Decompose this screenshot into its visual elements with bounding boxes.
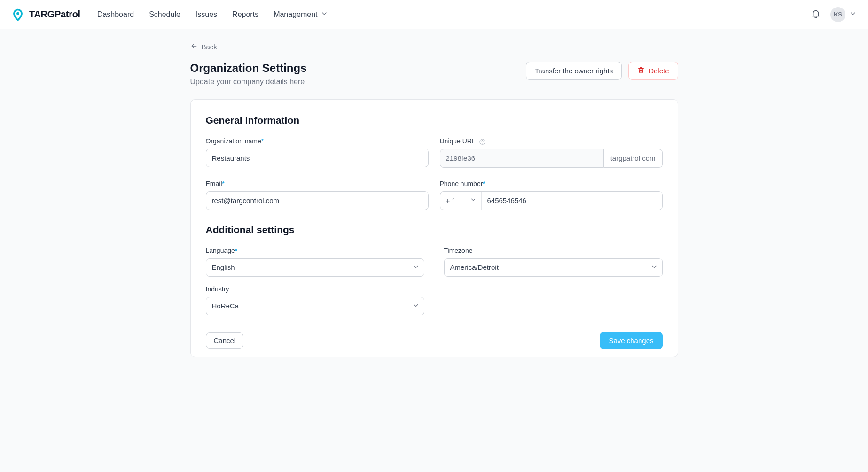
phone-group: + 1 bbox=[440, 191, 663, 210]
url-input bbox=[440, 149, 604, 168]
main-nav: Dashboard Schedule Issues Reports Manage… bbox=[97, 10, 328, 19]
trash-icon bbox=[637, 66, 645, 75]
nav-management[interactable]: Management bbox=[274, 10, 328, 19]
card-footer: Cancel Save changes bbox=[191, 324, 678, 357]
back-label: Back bbox=[202, 43, 217, 51]
delete-label: Delete bbox=[649, 67, 669, 75]
nav-management-label: Management bbox=[274, 10, 317, 19]
org-name-label: Organization name* bbox=[206, 137, 429, 145]
topbar-right: KS bbox=[811, 7, 857, 22]
language-label: Language* bbox=[206, 247, 424, 254]
email-label: Email* bbox=[206, 180, 429, 188]
section-additional-title: Additional settings bbox=[206, 224, 663, 236]
delete-button[interactable]: Delete bbox=[628, 62, 678, 80]
avatar: KS bbox=[830, 7, 845, 22]
phone-label: Phone number* bbox=[440, 180, 663, 188]
arrow-left-icon bbox=[190, 42, 198, 51]
language-select[interactable] bbox=[206, 258, 424, 277]
timezone-select[interactable] bbox=[444, 258, 663, 277]
timezone-label: Timezone bbox=[444, 247, 663, 254]
chevron-down-icon bbox=[321, 10, 328, 19]
transfer-owner-button[interactable]: Transfer the owner rights bbox=[526, 62, 622, 80]
timezone-value[interactable] bbox=[444, 258, 663, 277]
brand-text: TARGPatrol bbox=[29, 9, 80, 20]
svg-point-0 bbox=[16, 12, 19, 15]
logo-icon bbox=[11, 8, 24, 21]
industry-select[interactable] bbox=[206, 297, 424, 315]
phone-input[interactable] bbox=[482, 192, 662, 210]
brand[interactable]: TARGPatrol bbox=[11, 8, 80, 21]
settings-card: General information Organization name* U… bbox=[190, 99, 678, 357]
page-title: Organization Settings bbox=[190, 62, 307, 75]
industry-value[interactable] bbox=[206, 297, 424, 315]
page-header: Organization Settings Update your compan… bbox=[190, 62, 678, 86]
nav-issues[interactable]: Issues bbox=[195, 10, 217, 19]
user-menu[interactable]: KS bbox=[830, 7, 857, 22]
nav-dashboard[interactable]: Dashboard bbox=[97, 10, 134, 19]
topbar: TARGPatrol Dashboard Schedule Issues Rep… bbox=[0, 0, 868, 29]
chevron-down-icon bbox=[470, 197, 477, 205]
svg-point-2 bbox=[482, 143, 483, 143]
cancel-button[interactable]: Cancel bbox=[206, 332, 244, 349]
page-subtitle: Update your company details here bbox=[190, 78, 307, 86]
email-input[interactable] bbox=[206, 191, 429, 210]
back-link[interactable]: Back bbox=[190, 42, 217, 51]
save-button[interactable]: Save changes bbox=[600, 332, 662, 349]
nav-reports[interactable]: Reports bbox=[232, 10, 258, 19]
url-suffix: targpatrol.com bbox=[604, 149, 663, 168]
url-label: Unique URL bbox=[440, 137, 663, 145]
org-name-input[interactable] bbox=[206, 149, 429, 167]
section-general-title: General information bbox=[206, 115, 663, 126]
chevron-down-icon bbox=[849, 10, 857, 19]
notifications-icon[interactable] bbox=[811, 8, 821, 20]
language-value[interactable] bbox=[206, 258, 424, 277]
help-icon[interactable] bbox=[479, 138, 486, 145]
industry-label: Industry bbox=[206, 285, 424, 293]
nav-schedule[interactable]: Schedule bbox=[149, 10, 180, 19]
phone-country-code[interactable]: + 1 bbox=[440, 192, 482, 210]
